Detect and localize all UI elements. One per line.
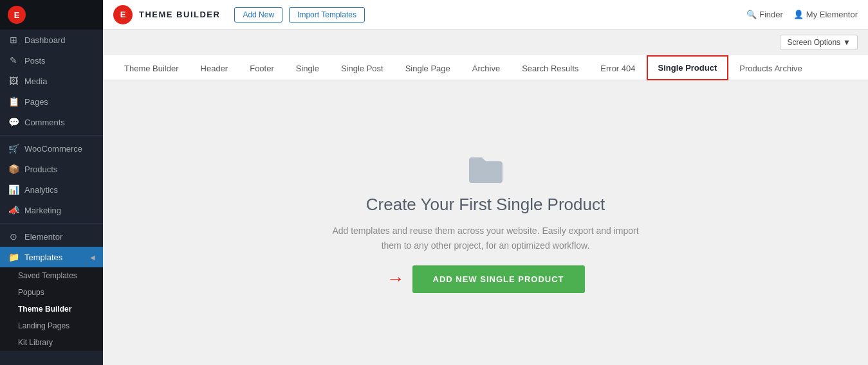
screen-options-button[interactable]: Screen Options ▼ [780,35,858,50]
elementor-logo-icon: E [8,6,26,24]
topbar: E THEME BUILDER Add New Import Templates… [103,0,868,30]
submenu-popups[interactable]: Popups [0,284,103,301]
tab-header[interactable]: Header [190,57,239,80]
submenu-saved-templates[interactable]: Saved Templates [0,267,103,284]
main-content: E THEME BUILDER Add New Import Templates… [103,0,868,365]
sidebar-item-marketing[interactable]: 📣 Marketing [0,200,103,220]
elementor-icon: ⊙ [8,231,19,242]
sidebar-item-label: WooCommerce [24,144,82,154]
finder-button[interactable]: 🔍 Finder [746,10,783,19]
tab-search-results[interactable]: Search Results [511,57,589,80]
tab-footer[interactable]: Footer [239,57,285,80]
import-templates-button[interactable]: Import Templates [289,7,365,22]
sidebar-item-label: Marketing [24,206,61,215]
sidebar-item-pages[interactable]: 📋 Pages [0,91,103,112]
sidebar-item-elementor[interactable]: ⊙ Elementor [0,226,103,247]
comments-icon: 💬 [8,117,19,127]
sidebar-item-label: Posts [24,56,46,66]
sidebar-divider-2 [0,223,103,224]
templates-icon: 📁 [8,252,19,262]
tab-products-archive[interactable]: Products Archive [728,57,813,80]
chevron-down-icon: ▼ [843,38,851,47]
products-icon: 📦 [8,164,19,174]
tab-single-page[interactable]: Single Page [394,57,461,80]
search-icon: 🔍 [746,10,757,19]
my-elementor-button[interactable]: 👤 My Elementor [793,10,858,19]
analytics-icon: 📊 [8,184,19,195]
media-icon: 🖼 [8,76,19,86]
sidebar-item-products[interactable]: 📦 Products [0,159,103,179]
empty-state: Create Your First Single Product Add tem… [325,152,647,293]
sidebar-item-label: Media [24,76,47,86]
tab-single[interactable]: Single [285,57,330,80]
submenu-landing-pages[interactable]: Landing Pages [0,317,103,334]
sidebar-item-analytics[interactable]: 📊 Analytics [0,179,103,200]
add-btn-row: → ADD NEW SINGLE PRODUCT [387,265,585,293]
sidebar-item-comments[interactable]: 💬 Comments [0,112,103,132]
screen-options-bar: Screen Options ▼ [103,30,868,55]
empty-state-title: Create Your First Single Product [366,195,605,215]
sidebar-item-templates[interactable]: 📁 Templates ◀ [0,247,103,267]
tab-error-404[interactable]: Error 404 [589,57,646,80]
tabs-bar: Theme Builder Header Footer Single Singl… [103,55,868,80]
content-area: Create Your First Single Product Add tem… [103,80,868,365]
topbar-logo: E [113,5,133,24]
sidebar-item-woocommerce[interactable]: 🛒 WooCommerce [0,138,103,159]
sidebar: E ⊞ Dashboard ✎ Posts 🖼 Media 📋 Pages 💬 … [0,0,103,365]
sidebar-divider [0,135,103,136]
arrow-right-icon: → [387,269,405,289]
sidebar-item-label: Analytics [24,185,58,195]
sidebar-item-label: Comments [24,118,65,127]
submenu-kit-library[interactable]: Kit Library [0,334,103,351]
tab-archive[interactable]: Archive [461,57,511,80]
add-new-button[interactable]: Add New [234,7,282,22]
sidebar-item-media[interactable]: 🖼 Media [0,71,103,91]
posts-icon: ✎ [8,55,19,66]
add-new-single-product-button[interactable]: ADD NEW SINGLE PRODUCT [412,265,585,293]
sidebar-item-label: Elementor [24,232,62,242]
tab-single-product[interactable]: Single Product [647,55,729,80]
sidebar-item-posts[interactable]: ✎ Posts [0,50,103,71]
templates-submenu: Saved Templates Popups Theme Builder Lan… [0,267,103,351]
sidebar-item-label: Templates [24,253,62,262]
user-icon: 👤 [793,10,804,19]
sidebar-item-dashboard[interactable]: ⊞ Dashboard [0,30,103,50]
sidebar-item-label: Products [24,165,57,174]
tab-theme-builder[interactable]: Theme Builder [113,57,190,80]
topbar-right: 🔍 Finder 👤 My Elementor [746,10,858,19]
dashboard-icon: ⊞ [8,35,19,45]
templates-arrow: ◀ [90,254,95,261]
topbar-title: THEME BUILDER [139,10,220,19]
tab-single-post[interactable]: Single Post [330,57,394,80]
empty-state-description: Add templates and reuse them across your… [325,224,647,253]
sidebar-logo: E [0,0,103,30]
sidebar-item-label: Pages [24,97,48,107]
marketing-icon: 📣 [8,205,19,215]
woocommerce-icon: 🛒 [8,143,19,154]
folder-icon [466,152,505,186]
pages-icon: 📋 [8,96,19,107]
sidebar-item-label: Dashboard [24,35,66,45]
submenu-theme-builder[interactable]: Theme Builder [0,301,103,317]
